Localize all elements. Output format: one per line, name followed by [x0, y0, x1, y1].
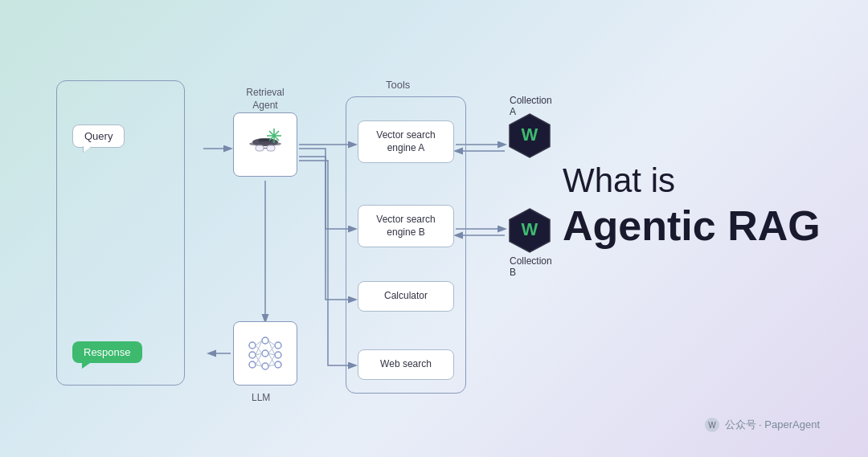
llm-box: [233, 321, 297, 386]
svg-rect-12: [256, 145, 264, 151]
svg-point-24: [262, 363, 268, 369]
svg-text:W: W: [522, 219, 538, 239]
tool-vector-b: Vector searchengine B: [358, 205, 454, 247]
tools-title-text: Tools: [386, 79, 410, 91]
response-bubble: Response: [72, 341, 142, 363]
collection-b-label: Collection B: [510, 255, 552, 278]
svg-point-26: [275, 352, 281, 358]
tool-vector-a: Vector searchengine A: [358, 120, 454, 163]
what-is-text: What is: [563, 161, 836, 201]
agent-icon: [244, 128, 286, 161]
agent-title-label: RetrievalAgent: [223, 87, 307, 112]
tool-websearch: Web search: [358, 349, 454, 380]
heading-area: What is Agentic RAG: [563, 161, 836, 251]
tool-vector-b-label: Vector searchengine B: [376, 214, 435, 238]
svg-point-20: [249, 352, 256, 358]
svg-point-23: [262, 350, 268, 357]
llm-label: LLM: [252, 392, 270, 403]
svg-text:W: W: [522, 124, 538, 145]
svg-point-21: [249, 361, 256, 368]
heading-line2: Agentic RAG: [563, 202, 821, 249]
svg-rect-13: [267, 145, 275, 151]
tools-title: Tools: [386, 79, 410, 91]
svg-point-22: [262, 337, 268, 344]
hex-collection-a: W: [506, 112, 553, 159]
collection-b-text: Collection B: [510, 255, 552, 278]
tool-vector-a-label: Vector searchengine A: [376, 129, 435, 153]
heading-line1: What is: [563, 161, 675, 199]
agent-box: [233, 112, 297, 177]
agent-title-text: RetrievalAgent: [246, 87, 284, 111]
svg-text:W: W: [708, 421, 716, 430]
hex-collection-b: W: [506, 207, 553, 254]
response-label: Response: [84, 346, 131, 358]
tool-calculator: Calculator: [358, 281, 454, 312]
query-label: Query: [84, 130, 113, 142]
query-bubble: Query: [72, 124, 125, 148]
wechat-icon: W: [704, 417, 720, 433]
agentic-rag-text: Agentic RAG: [563, 201, 836, 251]
svg-point-25: [275, 342, 281, 349]
tool-websearch-label: Web search: [380, 358, 432, 369]
llm-label-text: LLM: [252, 392, 270, 403]
svg-point-27: [275, 361, 281, 368]
tool-calculator-label: Calculator: [384, 290, 428, 301]
footer-brand: 公众号 · PaperAgent: [725, 418, 821, 432]
svg-point-11: [249, 141, 281, 146]
wechat-badge: W 公众号 · PaperAgent: [704, 417, 821, 433]
llm-icon: [244, 333, 286, 374]
svg-point-19: [249, 342, 256, 349]
